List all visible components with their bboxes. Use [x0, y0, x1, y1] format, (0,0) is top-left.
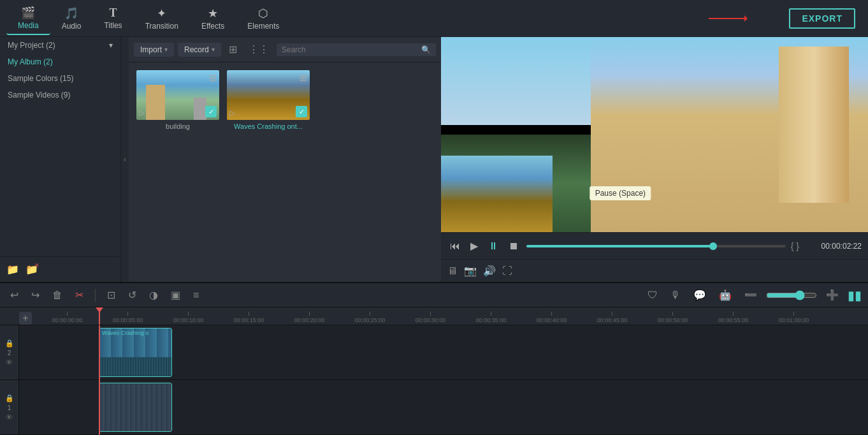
- time-display: 00:00:02:22: [804, 242, 862, 251]
- media-item-building[interactable]: ⊞ ▷ ✓ building: [136, 70, 219, 274]
- nav-transition[interactable]: ✦ Transition: [134, 3, 190, 34]
- track-1-header: 🔒 1 👁: [0, 380, 19, 434]
- export-arrow: [709, 18, 747, 19]
- nav-elements[interactable]: ⬡ Elements: [236, 3, 291, 34]
- nav-media-label: Media: [18, 21, 39, 30]
- import-button[interactable]: Import ▾: [134, 43, 174, 57]
- preview-building: [591, 37, 869, 232]
- caption-icon-btn[interactable]: 💬: [690, 287, 710, 303]
- waves-label: Waves Crashing ont...: [227, 122, 310, 130]
- screen-cast-icon[interactable]: 🖥: [447, 265, 458, 277]
- waves-overlay-img: [441, 156, 553, 232]
- grid-view-button[interactable]: ⋮⋮: [245, 42, 273, 57]
- track-1-body[interactable]: [19, 380, 868, 434]
- stop-button[interactable]: ⏹: [506, 238, 521, 254]
- ruler-mark-11: 00:00:55:00: [703, 312, 763, 325]
- titles-icon: T: [110, 6, 117, 20]
- ai-icon-btn[interactable]: 🤖: [715, 287, 735, 303]
- eye-icon[interactable]: 👁: [6, 358, 13, 366]
- add-clip-button[interactable]: +: [19, 312, 32, 325]
- chevron-down-icon: ▾: [109, 41, 113, 50]
- plus-circle-icon-btn[interactable]: ➕: [822, 287, 843, 303]
- delete-button[interactable]: 🗑: [48, 288, 66, 303]
- nav-effects-label: Effects: [201, 22, 224, 31]
- building-thumbnail: ⊞ ▷ ✓: [136, 70, 219, 120]
- progress-bar[interactable]: [526, 245, 786, 247]
- progress-handle[interactable]: [709, 242, 717, 250]
- nav-media[interactable]: 🎬 Media: [6, 2, 50, 35]
- effects-icon: ★: [208, 6, 218, 20]
- search-input[interactable]: [282, 45, 419, 54]
- waves-grid-icon: ⊞: [300, 73, 307, 83]
- media-icon: 🎬: [21, 6, 35, 20]
- export-button[interactable]: EXPORT: [789, 8, 855, 29]
- sidebar-item-myalbum[interactable]: My Album (2): [0, 54, 120, 70]
- nav-effects[interactable]: ★ Effects: [190, 3, 236, 34]
- shield-icon-btn[interactable]: 🛡: [644, 288, 662, 303]
- rotate-button[interactable]: ↺: [124, 287, 140, 303]
- mic-icon-btn[interactable]: 🎙: [667, 288, 684, 303]
- sidebar-item-myproject[interactable]: My Project (2) ▾: [0, 37, 120, 54]
- clip-audio-strip: [99, 357, 171, 376]
- undo-button[interactable]: ↩: [6, 287, 22, 303]
- sidebar-item-samplevideos[interactable]: Sample Videos (9): [0, 87, 120, 103]
- fullscreen-icon[interactable]: ⛶: [502, 265, 512, 277]
- top-nav: 🎬 Media 🎵 Audio T Titles ✦ Transition ★ …: [0, 0, 868, 37]
- lock-icon[interactable]: 🔒: [5, 339, 14, 348]
- track-2-clip[interactable]: Waves Crashing o: [99, 328, 172, 377]
- camera-icon[interactable]: 📷: [464, 265, 477, 277]
- playhead-triangle: [96, 307, 103, 313]
- track1-eye-icon[interactable]: 👁: [6, 413, 13, 421]
- video-preview: Pause (Space) ⏮ ▶ ⏸ ⏹ { } 00:00:02:22 🖥 …: [441, 37, 868, 282]
- filter-button[interactable]: ⊞: [225, 42, 241, 57]
- pause-button[interactable]: ⏸: [486, 238, 501, 254]
- zoom-slider[interactable]: [766, 290, 817, 300]
- media-toolbar: Import ▾ Record ▾ ⊞ ⋮⋮ 🔍: [129, 37, 441, 63]
- selected-check-icon: ✓: [205, 106, 217, 117]
- transition-remove-button[interactable]: ▣: [167, 287, 184, 303]
- nav-titles[interactable]: T Titles: [92, 3, 133, 34]
- import-dropdown-arrow: ▾: [164, 46, 168, 53]
- grid-icon: ⊞: [209, 73, 217, 83]
- media-item-waves[interactable]: ⊞ ▷ ✓ Waves Crashing ont...: [227, 70, 310, 274]
- record-dropdown-arrow: ▾: [212, 46, 215, 53]
- sidebar-collapse-handle[interactable]: ‹: [121, 37, 129, 282]
- in-point-icon[interactable]: {: [791, 241, 794, 251]
- out-point-icon[interactable]: }: [796, 241, 799, 251]
- crop-button[interactable]: ⊡: [103, 287, 119, 303]
- zoom-slider-container: [766, 290, 817, 300]
- media-grid: ⊞ ▷ ✓ building ⊞ ▷ ✓ Waves Crashing ont.…: [129, 63, 441, 282]
- volume-icon[interactable]: 🔊: [483, 265, 496, 277]
- playhead[interactable]: [99, 307, 100, 325]
- step-back-button[interactable]: ⏮: [447, 238, 463, 254]
- transition-icon: ✦: [157, 6, 166, 20]
- ruler-mark-9: 00:00:45:00: [582, 312, 642, 325]
- new-folder-button[interactable]: 📁: [6, 263, 19, 276]
- elements-icon: ⬡: [258, 6, 268, 20]
- progress-fill: [526, 245, 713, 247]
- sidebar-item-samplecolors[interactable]: Sample Colors (15): [0, 70, 120, 87]
- track-2: 🔒 2 👁 Waves Crashing o: [0, 325, 868, 380]
- audio-detach-button[interactable]: ≡: [189, 288, 203, 303]
- record-button[interactable]: Record ▾: [178, 43, 221, 57]
- arrow-line: [709, 18, 747, 19]
- timeline-toolbar: ↩ ↪ 🗑 ✂ ⊡ ↺ ◑ ▣ ≡ 🛡 🎙 💬 🤖 ➖ ➕ ▮▮: [0, 283, 868, 307]
- play-pause-button[interactable]: ▶: [468, 237, 481, 254]
- cut-button[interactable]: ✂: [71, 287, 87, 303]
- nav-elements-label: Elements: [247, 22, 279, 31]
- minus-circle-icon-btn[interactable]: ➖: [741, 287, 761, 303]
- timeline-right-toolbar: 🛡 🎙 💬 🤖 ➖ ➕ ▮▮: [644, 287, 862, 303]
- nav-titles-label: Titles: [104, 21, 122, 30]
- delete-folder-button[interactable]: 📁✕: [25, 263, 38, 276]
- nav-audio[interactable]: 🎵 Audio: [50, 3, 93, 34]
- track1-lock-icon[interactable]: 🔒: [5, 394, 14, 402]
- track-2-body[interactable]: Waves Crashing o: [19, 325, 868, 380]
- timeline-tracks: 🔒 2 👁 Waves Crashing o 🔒 1 👁: [0, 325, 868, 435]
- redo-button[interactable]: ↪: [27, 287, 43, 303]
- search-icon: 🔍: [421, 45, 431, 54]
- ruler-mark-10: 00:00:50:00: [642, 312, 703, 325]
- search-box: 🔍: [277, 43, 436, 56]
- track-1-clip[interactable]: [99, 383, 172, 432]
- track-add-icons[interactable]: ▮▮: [848, 288, 862, 303]
- color-button[interactable]: ◑: [145, 287, 162, 303]
